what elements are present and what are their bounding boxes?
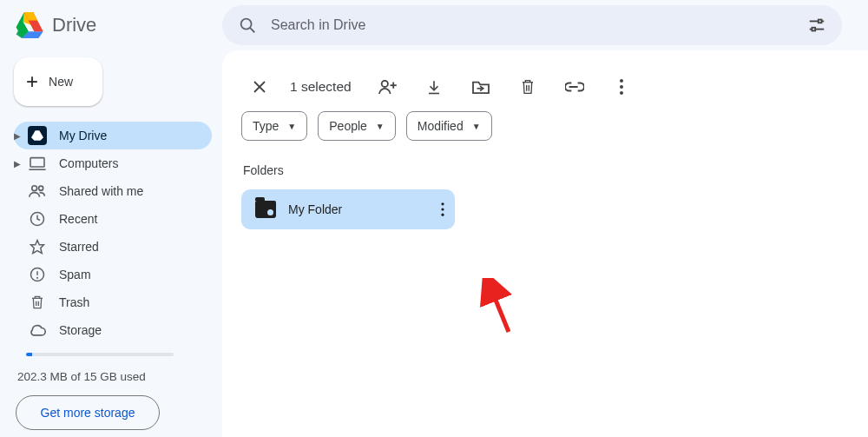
cloud-icon: [28, 321, 47, 340]
svg-point-4: [241, 19, 252, 30]
sidebar-item-label: My Drive: [59, 129, 107, 142]
sidebar-item-label: Shared with me: [59, 184, 143, 198]
filter-label: Modified: [418, 119, 464, 133]
svg-point-37: [441, 208, 444, 210]
folders-section-title: Folders: [243, 163, 849, 177]
svg-line-40: [490, 285, 509, 332]
folder-more-icon[interactable]: [436, 197, 450, 222]
svg-point-24: [381, 81, 387, 87]
sidebar-item-trash[interactable]: Trash: [14, 288, 212, 316]
svg-point-14: [39, 186, 43, 190]
star-icon: [28, 237, 47, 256]
svg-rect-8: [819, 20, 822, 23]
drive-logo-icon: [14, 12, 43, 38]
search-options-icon[interactable]: [807, 16, 826, 35]
main-panel: 1 selected Type ▼: [222, 50, 868, 437]
sidebar-item-label: Computers: [59, 156, 118, 170]
filter-people[interactable]: People ▼: [318, 111, 396, 141]
download-icon[interactable]: [419, 71, 449, 103]
sidebar-item-label: Spam: [59, 268, 91, 281]
sidebar-item-label: Starred: [59, 240, 99, 254]
storage-text: 202.3 MB of 15 GB used: [17, 370, 212, 383]
sidebar-item-label: Recent: [59, 212, 97, 226]
selection-toolbar: 1 selected: [241, 66, 849, 108]
sidebar-item-starred[interactable]: Starred: [14, 233, 212, 261]
svg-point-13: [32, 186, 37, 191]
sidebar-item-shared[interactable]: Shared with me: [14, 177, 212, 205]
spam-icon: [28, 265, 47, 284]
svg-marker-10: [31, 130, 43, 141]
svg-point-38: [441, 214, 444, 216]
sidebar-item-spam[interactable]: Spam: [14, 261, 212, 288]
sidebar: + New ▶ My Drive ▶ Computers Shared with…: [0, 50, 222, 437]
sidebar-item-storage[interactable]: Storage: [14, 316, 212, 344]
svg-marker-16: [31, 241, 44, 254]
sidebar-item-label: Storage: [59, 323, 102, 337]
folder-card[interactable]: My Folder: [241, 189, 455, 229]
drive-icon: [28, 126, 47, 145]
new-button[interactable]: + New: [14, 57, 102, 106]
filter-row: Type ▼ People ▼ Modified ▼: [241, 111, 849, 141]
chevron-right-icon: ▶: [14, 159, 24, 169]
folder-name: My Folder: [288, 202, 424, 216]
sidebar-item-label: Trash: [59, 295, 89, 309]
filter-label: Type: [253, 119, 279, 133]
filter-type[interactable]: Type ▼: [241, 111, 307, 141]
delete-icon[interactable]: [513, 71, 542, 103]
search-input[interactable]: [271, 17, 807, 33]
trash-icon: [28, 293, 47, 312]
move-icon[interactable]: [466, 71, 496, 103]
svg-point-33: [620, 79, 623, 83]
chevron-down-icon: ▼: [287, 122, 296, 131]
annotation-arrow: [474, 278, 526, 339]
chevron-down-icon: ▼: [472, 122, 481, 131]
svg-point-34: [620, 85, 623, 89]
filter-label: People: [329, 119, 367, 133]
chevron-down-icon: ▼: [376, 122, 385, 131]
storage-bar: [26, 353, 174, 356]
sidebar-item-my-drive[interactable]: ▶ My Drive: [14, 122, 212, 149]
filter-modified[interactable]: Modified ▼: [406, 111, 492, 141]
shared-folder-icon: [255, 201, 276, 218]
sidebar-item-computers[interactable]: ▶ Computers: [14, 149, 212, 177]
get-storage-button[interactable]: Get more storage: [16, 395, 160, 430]
svg-line-5: [250, 28, 254, 32]
computers-icon: [28, 154, 47, 173]
search-icon: [238, 16, 257, 35]
sidebar-item-recent[interactable]: Recent: [14, 205, 212, 233]
share-icon[interactable]: [372, 71, 402, 103]
svg-point-35: [620, 91, 623, 95]
brand[interactable]: Drive: [14, 12, 222, 38]
more-icon[interactable]: [607, 71, 636, 103]
clock-icon: [28, 209, 47, 228]
svg-point-36: [441, 202, 444, 205]
svg-point-19: [37, 277, 38, 278]
new-button-label: New: [49, 75, 73, 89]
plus-icon: +: [26, 71, 38, 92]
search-bar[interactable]: [222, 5, 842, 45]
selection-count: 1 selected: [290, 79, 352, 95]
close-icon[interactable]: [247, 74, 273, 100]
link-icon[interactable]: [560, 71, 589, 103]
svg-rect-11: [30, 158, 44, 167]
shared-icon: [28, 182, 47, 201]
chevron-right-icon: ▶: [14, 131, 24, 141]
svg-rect-9: [812, 28, 816, 31]
brand-label: Drive: [52, 14, 96, 36]
